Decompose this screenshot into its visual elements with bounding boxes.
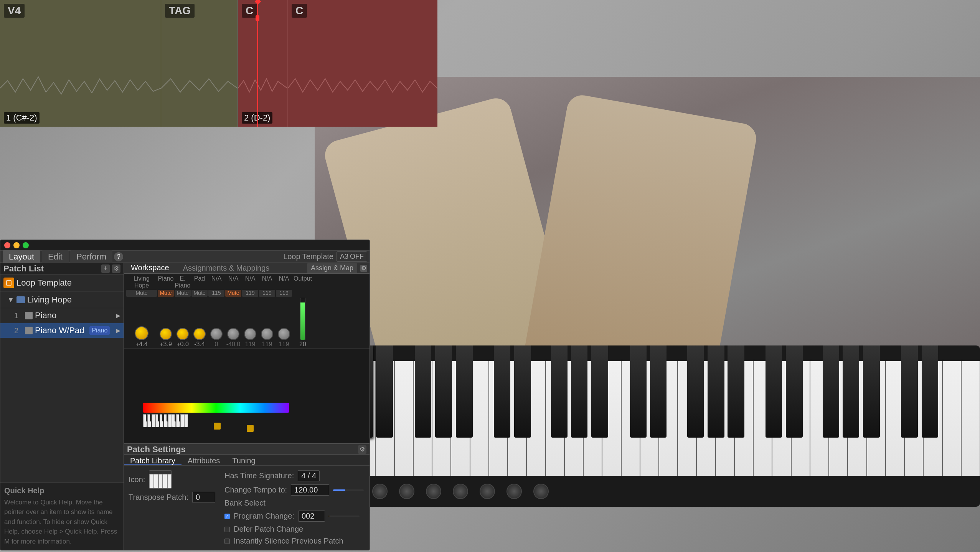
segment-v4-bar: 1 (C#-2): [4, 112, 40, 124]
keyboard-knob[interactable]: [372, 484, 388, 499]
channel-label-output: Output: [293, 275, 313, 289]
mute-btn[interactable]: Mute: [191, 290, 208, 297]
close-button[interactable]: [4, 242, 10, 248]
mute-btn[interactable]: 119: [276, 290, 292, 297]
transpose-label: Transpose Patch:: [129, 493, 188, 502]
time-sig-label: Has Time Signature:: [224, 471, 294, 480]
knob-na2[interactable]: [227, 328, 239, 340]
position-marker2[interactable]: [247, 425, 254, 432]
defer-checkbox[interactable]: [224, 527, 230, 532]
quick-help-text: Welcome to Quick Help. Move the pointer …: [4, 497, 120, 547]
channel-label: Piano: [158, 275, 174, 289]
transpose-row: Transpose Patch: 0: [129, 492, 215, 503]
piano-icon-preview[interactable]: [149, 470, 172, 489]
add-patch-button[interactable]: +: [101, 264, 110, 273]
mute-btn[interactable]: Mute: [175, 290, 191, 297]
bank-select-label: Bank Select: [224, 499, 266, 507]
patch-settings-options[interactable]: ⚙: [358, 445, 366, 454]
tab-workspace[interactable]: Workspace: [124, 262, 176, 274]
mute-btn[interactable]: 119: [242, 290, 258, 297]
maximize-button[interactable]: [23, 242, 29, 248]
tempo-slider[interactable]: [333, 489, 364, 491]
segment-c2: C: [288, 0, 437, 127]
defer-row: Defer Patch Change: [224, 525, 365, 534]
mute-btn[interactable]: 115: [208, 290, 224, 297]
knob-na4[interactable]: [261, 328, 273, 340]
tempo-slider-fill: [333, 489, 345, 491]
knob-living-hope[interactable]: [135, 326, 148, 340]
keyboard-knob[interactable]: [426, 484, 441, 499]
program-change-row: ✓ Program Change: 002: [224, 511, 365, 522]
mini-white-key: [152, 414, 155, 427]
mute-btn-active[interactable]: Mute: [225, 290, 241, 297]
patch-list-header: Patch List + ⚙: [0, 263, 124, 274]
silence-checkbox[interactable]: [224, 539, 230, 544]
strip-na2: -40.0: [225, 328, 241, 348]
living-hope-item[interactable]: ▼ Living Hope: [0, 292, 124, 308]
output-spacer: [293, 290, 313, 297]
knob-na5[interactable]: [278, 328, 290, 340]
knob-epiano[interactable]: [177, 328, 189, 340]
patch-item-piano[interactable]: 1 Piano ▶: [0, 308, 124, 323]
keyboard-knob[interactable]: [506, 484, 522, 499]
knob-na3[interactable]: [244, 328, 256, 340]
program-change-checkbox[interactable]: ✓: [224, 514, 230, 519]
mute-btn-active[interactable]: Mute: [158, 290, 174, 297]
living-hope-label: Living Hope: [27, 295, 72, 305]
mute-btn[interactable]: Mute: [126, 290, 157, 297]
program-change-input[interactable]: 002: [298, 511, 325, 522]
silence-row: Instantly Silence Previous Patch: [224, 537, 365, 545]
minimize-button[interactable]: [13, 242, 20, 248]
mixer-area: Living Hope Piano E. Piano Pad N/A N/A N…: [124, 274, 370, 349]
assign-map-button[interactable]: Assign & Map: [307, 263, 357, 273]
program-slider[interactable]: [329, 516, 360, 517]
tab-patch-library[interactable]: Patch Library: [124, 455, 181, 465]
position-marker[interactable]: [214, 423, 221, 430]
tempo-row: Change Tempo to: 120.00: [224, 484, 365, 496]
settings-right: Has Time Signature: 4 / 4 Change Tempo t…: [224, 470, 365, 545]
tab-edit[interactable]: Edit: [42, 250, 69, 263]
patch-number-1: 1: [14, 311, 23, 320]
patch-item-piano-wpad[interactable]: 2 Piano W/Pad Piano ▶: [0, 323, 124, 338]
knob-piano[interactable]: [160, 328, 172, 340]
knob-value: +0.0: [177, 341, 189, 348]
keyboard-body: [338, 345, 980, 507]
keyboard-knob[interactable]: [533, 484, 549, 499]
tab-perform[interactable]: Perform: [70, 250, 112, 263]
silence-label: Instantly Silence Previous Patch: [234, 537, 343, 545]
transpose-input[interactable]: 0: [192, 492, 215, 503]
workspace-options-button[interactable]: ⚙: [360, 265, 367, 272]
tab-attributes[interactable]: Attributes: [181, 455, 226, 465]
loop-template-label: Loop Template: [283, 252, 333, 261]
keyboard-controls-row: [338, 476, 980, 507]
waveform-tag: [161, 65, 238, 111]
knob-na1[interactable]: [210, 328, 223, 340]
loop-template-label: Loop Template: [16, 278, 72, 288]
knob-pad[interactable]: [193, 328, 206, 340]
mute-btn[interactable]: 119: [259, 290, 275, 297]
icon-row: Icon:: [129, 470, 215, 489]
channel-label: N/A: [208, 275, 224, 289]
tab-tuning[interactable]: Tuning: [226, 455, 261, 465]
keyboard-knob[interactable]: [399, 484, 414, 499]
patch-number-2: 2: [14, 326, 23, 335]
tempo-input[interactable]: 120.00: [291, 484, 329, 496]
mini-white-key: [180, 414, 184, 427]
patch-settings-button[interactable]: ⚙: [112, 264, 120, 273]
segment-v4: V4 1 (C#-2): [0, 0, 161, 127]
keyboard-knob[interactable]: [480, 484, 495, 499]
time-sig-input[interactable]: 4 / 4: [298, 470, 320, 481]
keyboard-knob[interactable]: [453, 484, 468, 499]
patch-name-pianopad: Piano W/Pad: [35, 326, 84, 335]
mini-white-key: [184, 414, 188, 427]
tab-assignments[interactable]: Assignments & Mappings: [176, 262, 277, 274]
output-fader[interactable]: [300, 298, 305, 340]
loop-template-item[interactable]: Loop Template: [0, 274, 124, 292]
settings-left: Icon:: [129, 470, 215, 545]
patch-list-controls: + ⚙: [101, 264, 120, 273]
knob-value: +3.9: [160, 341, 172, 348]
tab-layout[interactable]: Layout: [3, 250, 40, 263]
info-button[interactable]: ?: [114, 252, 123, 261]
channel-label: N/A: [259, 275, 275, 289]
expand-icon: ▼: [7, 296, 14, 304]
